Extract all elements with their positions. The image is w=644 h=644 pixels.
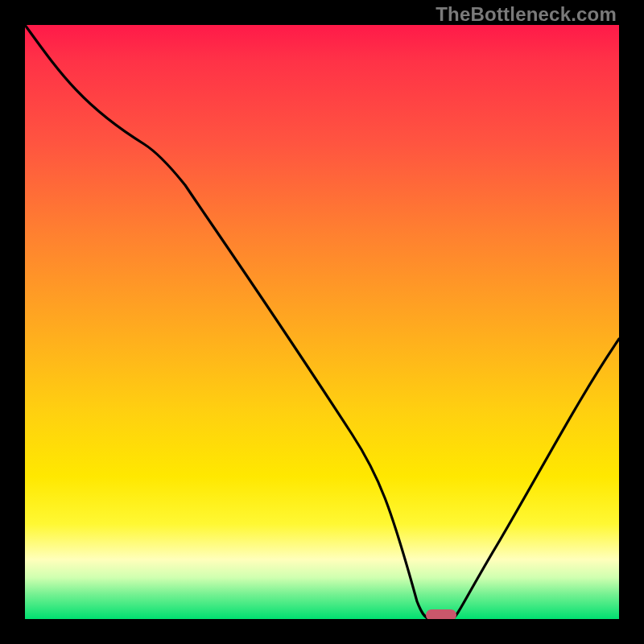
watermark-text: TheBottleneck.com — [436, 3, 617, 26]
plot-area — [25, 25, 619, 619]
curve-path — [25, 25, 619, 619]
bottleneck-curve — [25, 25, 619, 619]
chart-frame: TheBottleneck.com — [0, 0, 644, 644]
trough-marker — [426, 609, 456, 619]
